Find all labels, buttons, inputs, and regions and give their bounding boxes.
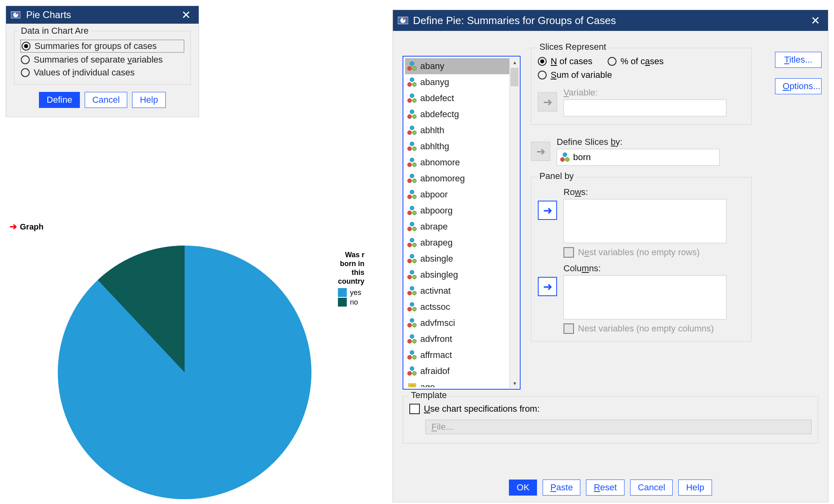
variable-name: abpoor bbox=[420, 189, 448, 200]
move-slice-var-button[interactable]: ➜ bbox=[531, 142, 550, 161]
cols-listbox[interactable] bbox=[563, 275, 726, 319]
nominal-icon bbox=[407, 174, 417, 183]
list-item[interactable]: actssoc bbox=[405, 299, 509, 315]
list-item[interactable]: abpoor bbox=[405, 187, 509, 203]
list-item[interactable]: abdefect bbox=[405, 90, 509, 106]
list-item[interactable]: advfmsci bbox=[405, 315, 509, 331]
checkbox-icon bbox=[563, 323, 574, 334]
radio-pct-of-cases[interactable]: % of cases bbox=[608, 56, 664, 67]
variable-name: advfmsci bbox=[420, 318, 455, 328]
define-button[interactable]: Define bbox=[39, 92, 80, 108]
scroll-up-icon[interactable]: ▴ bbox=[510, 57, 519, 67]
checkbox-icon bbox=[409, 404, 420, 414]
nominal-icon bbox=[407, 302, 417, 312]
scroll-down-icon[interactable]: ▾ bbox=[510, 378, 519, 388]
options-button[interactable]: Options... bbox=[775, 78, 822, 94]
ok-button[interactable]: OK bbox=[509, 480, 537, 496]
variable-listbox[interactable]: abanyabanygabdefectabdefectgabhlthabhlth… bbox=[403, 56, 521, 390]
list-item[interactable]: absingle bbox=[405, 251, 509, 267]
file-button: File... bbox=[425, 420, 812, 434]
pie-chart bbox=[56, 244, 313, 501]
titlebar[interactable]: Define Pie: Summaries for Groups of Case… bbox=[393, 10, 828, 31]
list-item[interactable]: abpoorg bbox=[405, 203, 509, 219]
nominal-icon bbox=[407, 126, 417, 135]
panel-by-group: Panel by ➜ Rows: Nest variables (no empt… bbox=[531, 177, 752, 341]
help-button[interactable]: Help bbox=[678, 480, 712, 496]
nominal-icon bbox=[407, 270, 417, 280]
slices-represent-group: Slices Represent N of cases % of cases S… bbox=[531, 48, 752, 125]
group-label: Panel by bbox=[537, 171, 576, 181]
rows-listbox[interactable] bbox=[563, 199, 726, 243]
checkbox-icon bbox=[563, 247, 574, 258]
cancel-button[interactable]: Cancel bbox=[630, 480, 673, 496]
data-in-chart-group: Data in Chart Are Summaries for groups o… bbox=[14, 31, 191, 85]
nominal-icon bbox=[407, 254, 417, 264]
list-item[interactable]: afraidof bbox=[405, 363, 509, 379]
nominal-icon bbox=[407, 238, 417, 248]
arrow-right-icon: ➔ bbox=[10, 222, 17, 232]
list-item[interactable]: abhlth bbox=[405, 122, 509, 138]
move-cols-button[interactable]: ➜ bbox=[538, 277, 557, 296]
radio-sum-of-variable[interactable]: Sum of variable bbox=[538, 70, 612, 80]
titles-button[interactable]: Titles... bbox=[775, 52, 822, 68]
reset-button[interactable]: Reset bbox=[586, 480, 624, 496]
list-item[interactable]: advfront bbox=[405, 331, 509, 347]
nest-rows-checkbox: Nest variables (no empty rows) bbox=[563, 247, 745, 258]
radio-groups-of-cases[interactable]: Summaries for groups of cases bbox=[21, 40, 184, 52]
variable-name: abany bbox=[420, 61, 444, 71]
list-item[interactable]: affrmact bbox=[405, 347, 509, 363]
legend-title: Was rborn inthiscountry bbox=[338, 250, 364, 286]
radio-n-of-cases[interactable]: N of cases bbox=[538, 56, 592, 67]
group-label: Data in Chart Are bbox=[18, 26, 91, 36]
app-pie-icon bbox=[398, 16, 409, 25]
pie-charts-dialog: Pie Charts ✕ Data in Chart Are Summaries… bbox=[6, 6, 199, 117]
list-item[interactable]: abrape bbox=[405, 219, 509, 235]
paste-button[interactable]: Paste bbox=[543, 480, 580, 496]
list-item[interactable]: abdefectg bbox=[405, 106, 509, 122]
variable-name: afraidof bbox=[420, 366, 450, 376]
list-item[interactable]: age bbox=[405, 379, 509, 387]
rows-label: Rows: bbox=[563, 187, 745, 197]
variable-name: absingle bbox=[420, 254, 453, 264]
move-rows-button[interactable]: ➜ bbox=[538, 201, 557, 220]
cancel-button[interactable]: Cancel bbox=[85, 92, 127, 108]
help-button[interactable]: Help bbox=[132, 92, 165, 108]
legend-swatch bbox=[338, 288, 347, 297]
variable-name: abnomore bbox=[420, 157, 460, 168]
variable-label: Variable: bbox=[563, 87, 726, 98]
list-item[interactable]: abanyg bbox=[405, 74, 509, 90]
variable-name: activnat bbox=[420, 286, 451, 296]
close-icon[interactable]: ✕ bbox=[178, 8, 194, 22]
use-chart-spec-checkbox[interactable]: Use chart specifications from: bbox=[409, 404, 812, 414]
nominal-icon bbox=[407, 334, 417, 344]
variable-name: abrape bbox=[420, 222, 448, 232]
variable-name: abnomoreg bbox=[420, 173, 465, 184]
radio-separate-variables[interactable]: Summaries of separate variables bbox=[21, 55, 184, 65]
list-item[interactable]: abrapeg bbox=[405, 235, 509, 251]
nominal-icon bbox=[407, 318, 417, 328]
list-item[interactable]: activnat bbox=[405, 283, 509, 299]
scrollbar[interactable]: ▴ ▾ bbox=[509, 57, 519, 388]
arrow-right-icon: ➜ bbox=[543, 96, 552, 109]
nominal-icon bbox=[407, 77, 417, 87]
list-item[interactable]: abnomore bbox=[405, 154, 509, 171]
close-icon[interactable]: ✕ bbox=[807, 14, 823, 27]
list-item[interactable]: abhlthg bbox=[405, 138, 509, 154]
define-slices-field[interactable]: born bbox=[557, 149, 720, 166]
variable-name: absingleg bbox=[420, 270, 458, 280]
define-slices-value: born bbox=[573, 152, 591, 163]
nominal-icon bbox=[407, 61, 417, 71]
nominal-icon bbox=[407, 158, 417, 167]
list-item[interactable]: abany bbox=[405, 58, 509, 74]
nominal-icon bbox=[407, 286, 417, 296]
list-item[interactable]: absingleg bbox=[405, 267, 509, 283]
radio-individual-cases[interactable]: Values of individual cases bbox=[21, 67, 184, 78]
variable-name: advfront bbox=[420, 334, 452, 344]
variable-name: abhlthg bbox=[420, 141, 449, 152]
titlebar[interactable]: Pie Charts ✕ bbox=[6, 6, 199, 24]
list-item[interactable]: abnomoreg bbox=[405, 171, 509, 187]
nominal-icon bbox=[407, 206, 417, 215]
pie-svg bbox=[56, 244, 313, 501]
define-pie-dialog: Define Pie: Summaries for Groups of Case… bbox=[393, 10, 828, 502]
scroll-thumb[interactable] bbox=[511, 68, 519, 86]
